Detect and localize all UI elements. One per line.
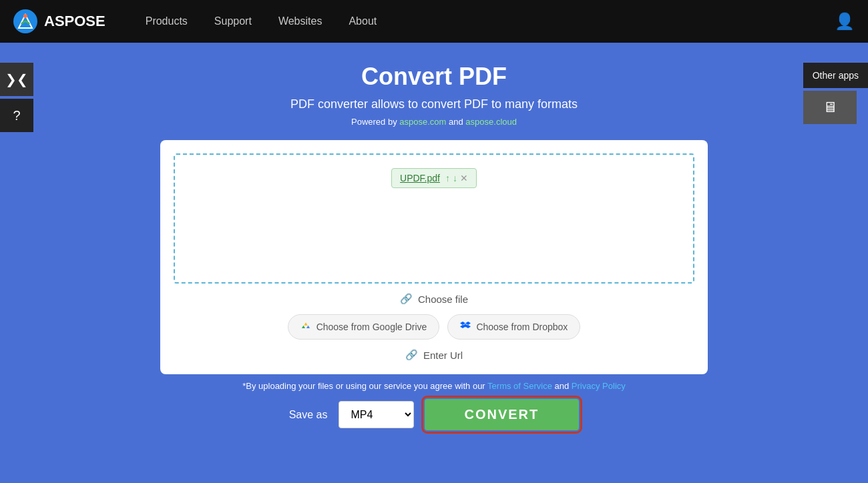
drop-zone[interactable]: UPDF.pdf ↑ ↓ ✕	[174, 153, 694, 284]
terms-and: and	[555, 381, 570, 391]
monitor-icon[interactable]: 🖥	[803, 91, 857, 124]
logo-link[interactable]: ASPOSE	[13, 9, 105, 33]
user-icon[interactable]: 👤	[835, 12, 855, 31]
nav-support[interactable]: Support	[214, 15, 252, 27]
privacy-policy-link[interactable]: Privacy Policy	[572, 381, 626, 391]
dropbox-label: Choose from Dropbox	[476, 322, 568, 332]
convert-button[interactable]: CONVERT	[425, 399, 580, 430]
format-select[interactable]: MP4 DOCX XLSX PPTX HTML PNG JPG	[339, 401, 414, 428]
navbar: ASPOSE Products Support Websites About 👤	[0, 0, 868, 43]
link-icon: 🔗	[400, 293, 413, 305]
move-up-icon[interactable]: ↑	[445, 173, 450, 183]
google-drive-button[interactable]: Choose from Google Drive	[288, 314, 440, 340]
aspose-cloud-link[interactable]: aspose.cloud	[465, 117, 517, 127]
dropbox-icon	[460, 320, 471, 334]
convert-row: Save as MP4 DOCX XLSX PPTX HTML PNG JPG …	[289, 399, 580, 430]
save-as-label: Save as	[289, 409, 328, 421]
sidebar-left: ❯❮ ?	[0, 63, 33, 132]
google-drive-icon	[300, 320, 311, 334]
google-drive-label: Choose from Google Drive	[316, 322, 427, 332]
code-icon: ❯❮	[5, 71, 28, 87]
terms-of-service-link[interactable]: Terms of Service	[487, 381, 552, 391]
sidebar-left-btn2[interactable]: ?	[0, 99, 33, 132]
terms-text: *By uploading your files or using our se…	[242, 381, 626, 391]
move-down-icon[interactable]: ↓	[453, 173, 457, 183]
choose-file-button[interactable]: 🔗 Choose file	[400, 293, 468, 305]
enter-url-label: Enter Url	[423, 350, 463, 361]
aspose-com-link[interactable]: aspose.com	[399, 117, 446, 127]
file-tag-icons: ↑ ↓ ✕	[445, 173, 468, 183]
other-apps-label: Other apps	[813, 70, 859, 81]
nav-right: 👤	[835, 12, 855, 31]
upload-card: UPDF.pdf ↑ ↓ ✕ 🔗 Choose file	[160, 140, 708, 374]
file-name[interactable]: UPDF.pdf	[400, 173, 440, 183]
remove-file-icon[interactable]: ✕	[460, 173, 468, 183]
choose-file-label: Choose file	[418, 294, 468, 305]
powered-by-and: and	[449, 117, 463, 127]
powered-by: Powered by aspose.com and aspose.cloud	[351, 117, 517, 127]
aspose-logo-icon	[13, 9, 37, 33]
dropbox-button[interactable]: Choose from Dropbox	[447, 314, 580, 340]
nav-products[interactable]: Products	[146, 15, 188, 27]
file-tag: UPDF.pdf ↑ ↓ ✕	[391, 168, 477, 188]
nav-links: Products Support Websites About	[146, 15, 377, 27]
cloud-buttons: Choose from Google Drive Choose from Dro…	[288, 314, 581, 340]
sidebar-left-btn1[interactable]: ❯❮	[0, 63, 33, 96]
page-title: Convert PDF	[361, 63, 507, 91]
main-content: ❯❮ ? Other apps 🖥 Convert PDF PDF conver…	[0, 43, 868, 483]
url-link-icon: 🔗	[405, 349, 418, 361]
nav-about[interactable]: About	[349, 15, 377, 27]
sidebar-right: Other apps 🖥	[803, 63, 868, 124]
svg-point-1	[23, 14, 27, 18]
enter-url-button[interactable]: 🔗 Enter Url	[405, 349, 463, 361]
powered-by-prefix: Powered by	[351, 117, 397, 127]
logo-text: ASPOSE	[44, 13, 105, 30]
question-icon: ?	[13, 108, 20, 123]
terms-prefix: *By uploading your files or using our se…	[242, 381, 485, 391]
nav-websites[interactable]: Websites	[278, 15, 322, 27]
page-subtitle: PDF converter allows to convert PDF to m…	[290, 97, 578, 111]
other-apps-button[interactable]: Other apps	[803, 63, 868, 88]
